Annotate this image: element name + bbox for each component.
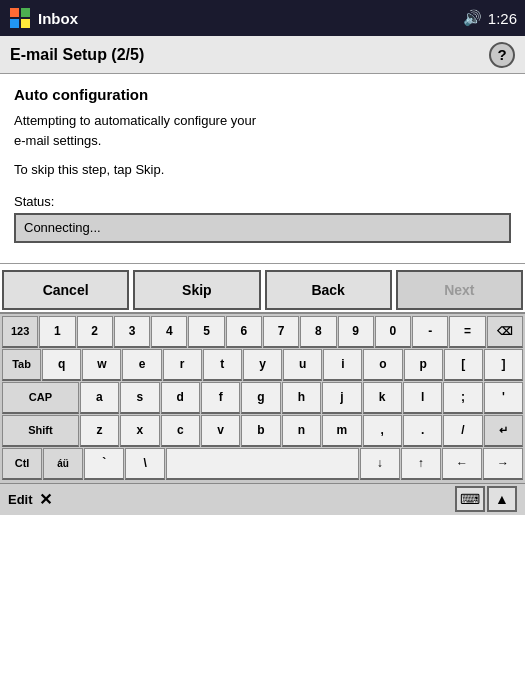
key-comma[interactable]: ,	[363, 415, 402, 447]
key-down[interactable]: ↓	[360, 448, 400, 480]
close-icon[interactable]: ✕	[39, 490, 52, 509]
key-q[interactable]: q	[42, 349, 81, 381]
title-right: 🔊 1:26	[463, 9, 517, 27]
key-w[interactable]: w	[82, 349, 121, 381]
key-shift[interactable]: Shift	[2, 415, 79, 447]
key-backspace[interactable]: ⌫	[487, 316, 523, 348]
time-display: 1:26	[488, 10, 517, 27]
key-space[interactable]	[166, 448, 358, 480]
status-label: Status:	[14, 194, 511, 209]
key-g[interactable]: g	[241, 382, 280, 414]
key-4[interactable]: 4	[151, 316, 187, 348]
key-backslash[interactable]: \	[125, 448, 165, 480]
svg-rect-3	[21, 19, 30, 28]
keyboard-row-2: Tab q w e r t y u i o p [ ]	[2, 349, 523, 381]
key-quote[interactable]: '	[484, 382, 523, 414]
title-bar-left: Inbox	[8, 6, 78, 30]
key-m[interactable]: m	[322, 415, 361, 447]
key-enter[interactable]: ↵	[484, 415, 523, 447]
key-k[interactable]: k	[363, 382, 402, 414]
description-text: Attempting to automatically configure yo…	[14, 111, 511, 150]
key-equals[interactable]: =	[449, 316, 485, 348]
cancel-button[interactable]: Cancel	[2, 270, 129, 310]
key-i[interactable]: i	[323, 349, 362, 381]
key-tab[interactable]: Tab	[2, 349, 41, 381]
next-button: Next	[396, 270, 523, 310]
key-h[interactable]: h	[282, 382, 321, 414]
key-y[interactable]: y	[243, 349, 282, 381]
key-u[interactable]: u	[283, 349, 322, 381]
keyboard: 123 1 2 3 4 5 6 7 8 9 0 - = ⌫ Tab q w e …	[0, 312, 525, 483]
key-v[interactable]: v	[201, 415, 240, 447]
key-6[interactable]: 6	[226, 316, 262, 348]
status-input[interactable]	[14, 213, 511, 243]
key-5[interactable]: 5	[188, 316, 224, 348]
key-ctrl[interactable]: Ctl	[2, 448, 42, 480]
key-3[interactable]: 3	[114, 316, 150, 348]
key-r[interactable]: r	[163, 349, 202, 381]
windows-icon	[8, 6, 32, 30]
key-f[interactable]: f	[201, 382, 240, 414]
main-content: Auto configuration Attempting to automat…	[0, 74, 525, 251]
key-close-bracket[interactable]: ]	[484, 349, 523, 381]
key-l[interactable]: l	[403, 382, 442, 414]
key-8[interactable]: 8	[300, 316, 336, 348]
key-o[interactable]: o	[363, 349, 402, 381]
skip-button[interactable]: Skip	[133, 270, 260, 310]
header-bar: E-mail Setup (2/5) ?	[0, 36, 525, 74]
key-123[interactable]: 123	[2, 316, 38, 348]
svg-rect-0	[10, 8, 19, 17]
skip-instruction: To skip this step, tap Skip.	[14, 160, 511, 180]
setup-step-title: E-mail Setup (2/5)	[10, 46, 144, 64]
keyboard-row-4: Shift z x c v b n m , . / ↵	[2, 415, 523, 447]
bottom-right: ⌨ ▲	[455, 486, 517, 512]
bottom-bar: Edit ✕ ⌨ ▲	[0, 483, 525, 515]
keyboard-toggle-button[interactable]: ⌨	[455, 486, 485, 512]
key-1[interactable]: 1	[39, 316, 75, 348]
keyboard-row-3: CAP a s d f g h j k l ; '	[2, 382, 523, 414]
action-buttons-row: Cancel Skip Back Next	[0, 263, 525, 312]
key-slash[interactable]: /	[443, 415, 482, 447]
key-b[interactable]: b	[241, 415, 280, 447]
key-x[interactable]: x	[120, 415, 159, 447]
title-text: Inbox	[38, 10, 78, 27]
key-z[interactable]: z	[80, 415, 119, 447]
key-0[interactable]: 0	[375, 316, 411, 348]
keyboard-row-5: Ctl áü ` \ ↓ ↑ ← →	[2, 448, 523, 480]
key-backtick[interactable]: `	[84, 448, 124, 480]
key-p[interactable]: p	[404, 349, 443, 381]
key-j[interactable]: j	[322, 382, 361, 414]
key-7[interactable]: 7	[263, 316, 299, 348]
title-bar: Inbox 🔊 1:26	[0, 0, 525, 36]
key-intl[interactable]: áü	[43, 448, 83, 480]
key-n[interactable]: n	[282, 415, 321, 447]
svg-rect-1	[21, 8, 30, 17]
key-2[interactable]: 2	[77, 316, 113, 348]
key-d[interactable]: d	[161, 382, 200, 414]
key-e[interactable]: e	[122, 349, 161, 381]
key-9[interactable]: 9	[338, 316, 374, 348]
key-c[interactable]: c	[161, 415, 200, 447]
svg-rect-2	[10, 19, 19, 28]
key-caps[interactable]: CAP	[2, 382, 79, 414]
key-minus[interactable]: -	[412, 316, 448, 348]
bottom-left: Edit ✕	[8, 490, 52, 509]
key-period[interactable]: .	[403, 415, 442, 447]
speaker-icon: 🔊	[463, 9, 482, 27]
key-left[interactable]: ←	[442, 448, 482, 480]
help-button[interactable]: ?	[489, 42, 515, 68]
key-t[interactable]: t	[203, 349, 242, 381]
key-open-bracket[interactable]: [	[444, 349, 483, 381]
back-button[interactable]: Back	[265, 270, 392, 310]
key-semicolon[interactable]: ;	[443, 382, 482, 414]
section-title: Auto configuration	[14, 86, 511, 103]
edit-label[interactable]: Edit	[8, 492, 33, 507]
key-right[interactable]: →	[483, 448, 523, 480]
key-up[interactable]: ↑	[401, 448, 441, 480]
key-s[interactable]: s	[120, 382, 159, 414]
scroll-up-button[interactable]: ▲	[487, 486, 517, 512]
keyboard-row-1: 123 1 2 3 4 5 6 7 8 9 0 - = ⌫	[2, 316, 523, 348]
key-a[interactable]: a	[80, 382, 119, 414]
